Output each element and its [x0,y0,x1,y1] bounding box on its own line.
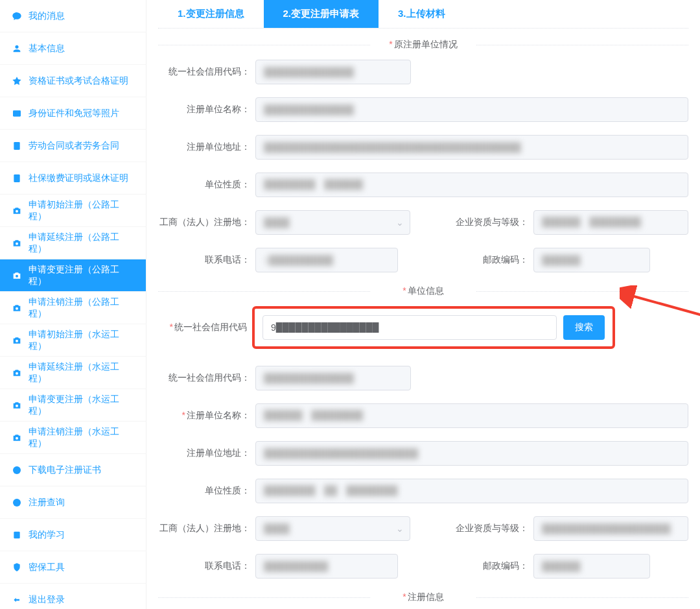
svg-point-6 [16,307,18,309]
badge-icon [10,75,23,88]
label-unit-type: 单位性质： [158,179,255,191]
sidebar-item-label: 申请变更注册（水运工程） [29,394,135,417]
svg-rect-2 [14,174,19,182]
sidebar-item-logout[interactable]: 退出登录 [0,584,146,609]
download-icon [10,464,23,477]
value-unit-name: ██████████████ [255,97,688,122]
sidebar-item-label: 社保缴费证明或退休证明 [29,173,128,184]
value-unit-type: ████████ ██████ [255,173,688,197]
main-content: 1.变更注册信息 2.变更注册申请表 3.上传材料 *原注册单位情况 统一社会信… [146,0,700,609]
value-unit-addr-2: ████████████████████████ [255,441,688,466]
section-title-reg-info: *注册信息 [158,591,688,603]
camera-icon [10,302,23,315]
value-unit-name-2: ██████ ████████ [255,403,688,428]
label-qualification: 企业资质与等级： [436,217,533,228]
search-credit-code-box: 搜索 [252,306,615,349]
tab-step-1[interactable]: 1.变更注册信息 [158,0,264,28]
sidebar-item-label: 退出登录 [29,594,65,606]
idcard-icon [10,107,23,120]
camera-icon [10,237,23,250]
shield-icon [10,172,23,185]
search-icon [10,496,23,509]
section-title-original-unit: *原注册单位情况 [158,39,688,51]
sidebar-item-label: 基本信息 [29,43,65,54]
sidebar-item-label: 申请注销注册（水运工程） [29,426,135,449]
search-credit-code-input[interactable] [262,315,557,340]
camera-icon [10,334,23,347]
sidebar-item-reg-query[interactable]: 注册查询 [0,486,146,519]
camera-icon [10,431,23,444]
label-postcode-2: 邮政编码： [436,560,533,572]
svg-point-10 [16,436,18,439]
sidebar-item-label: 资格证书或考试合格证明 [29,75,128,87]
section-title-unit-info: *单位信息 [158,285,688,297]
sidebar-item-label: 密保工具 [29,562,65,573]
label-unit-name: 注册单位名称： [158,104,255,115]
svg-rect-0 [13,110,21,116]
sidebar-item-cancel-road[interactable]: 申请注销注册（公路工程） [0,292,146,324]
sidebar-item-label: 申请注销注册（公路工程） [29,296,135,320]
search-button[interactable]: 搜索 [563,315,605,340]
select-biz-reg[interactable]: ████ ⌄ [255,210,410,235]
value-unit-addr: ████████████████████████████████████████ [255,135,688,160]
label-credit-code: 统一社会信用代码： [158,66,255,78]
sidebar-item-cancel-water[interactable]: 申请注销注册（水运工程） [0,422,146,454]
sidebar-item-label: 下载电子注册证书 [29,464,101,476]
value-phone: 1██████████ [255,248,398,272]
label-search-credit-code: *统一社会信用代码 [158,322,252,333]
sidebar-item-change-water[interactable]: 申请变更注册（水运工程） [0,389,146,422]
svg-point-8 [16,372,18,374]
svg-point-9 [16,404,18,407]
label-credit-code-2: 统一社会信用代码： [158,372,255,384]
sidebar-item-social-security[interactable]: 社保缴费证明或退休证明 [0,162,146,195]
sidebar-item-label: 注册查询 [29,497,65,508]
sidebar-item-label: 申请初始注册（公路工程） [29,199,135,222]
step-tabs: 1.变更注册信息 2.变更注册申请表 3.上传材料 [158,0,688,29]
label-qualification-2: 企业资质与等级： [436,523,533,534]
svg-point-7 [16,339,18,342]
sidebar-item-download-cert[interactable]: 下载电子注册证书 [0,454,146,486]
select-biz-reg-2[interactable]: ████ ⌄ [255,516,410,541]
sidebar-item-change-road[interactable]: 申请变更注册（公路工程） [0,259,146,292]
label-unit-name-2: *注册单位名称： [158,410,255,422]
value-phone-2: ██████████ [255,554,398,579]
camera-icon [10,366,23,379]
value-postcode-2: ██████ [533,554,650,579]
sidebar-item-security-tool[interactable]: 密保工具 [0,551,146,584]
sidebar-item-qualification[interactable]: 资格证书或考试合格证明 [0,65,146,97]
sidebar-item-renew-water[interactable]: 申请延续注册（水运工程） [0,357,146,389]
sidebar-item-initial-water[interactable]: 申请初始注册（水运工程） [0,324,146,357]
sidebar-item-label: 身份证件和免冠等照片 [29,108,119,119]
svg-point-5 [16,274,18,277]
sidebar-item-renew-road[interactable]: 申请延续注册（公路工程） [0,227,146,259]
label-postcode: 邮政编码： [436,254,533,266]
message-icon [10,10,23,23]
label-phone-2: 联系电话： [158,560,255,572]
svg-point-11 [13,466,21,474]
sidebar-item-label: 申请延续注册（水运工程） [29,361,135,385]
sidebar: 我的消息 基本信息 资格证书或考试合格证明 身份证件和免冠等照片 劳动合同或者劳… [0,0,146,609]
tab-step-3[interactable]: 3.上传材料 [379,0,465,28]
label-phone: 联系电话： [158,254,255,266]
svg-point-4 [16,242,18,245]
sidebar-item-initial-road[interactable]: 申请初始注册（公路工程） [0,195,146,227]
sidebar-item-basic-info[interactable]: 基本信息 [0,32,146,65]
value-credit-code: ██████████████ [255,60,411,84]
value-qualification: ██████ ████████ [533,210,688,235]
sidebar-item-my-study[interactable]: 我的学习 [0,519,146,551]
value-unit-type-2: ████████ ██ ████████ [255,479,688,503]
sidebar-item-id-photo[interactable]: 身份证件和免冠等照片 [0,97,146,130]
sidebar-item-contract[interactable]: 劳动合同或者劳务合同 [0,130,146,162]
tab-step-2[interactable]: 2.变更注册申请表 [264,0,379,28]
sidebar-item-label: 我的消息 [29,10,65,22]
value-qualification-2: ████████████████████ [533,516,688,541]
sidebar-item-label: 我的学习 [29,529,65,541]
label-biz-reg: 工商（法人）注册地： [158,217,255,228]
sidebar-item-label: 劳动合同或者劳务合同 [29,140,119,152]
sidebar-item-messages[interactable]: 我的消息 [0,0,146,32]
label-unit-addr-2: 注册单位地址： [158,448,255,459]
camera-icon [10,399,23,412]
logout-icon [10,593,23,606]
camera-icon [10,204,23,217]
label-biz-reg-2: 工商（法人）注册地： [158,523,255,534]
